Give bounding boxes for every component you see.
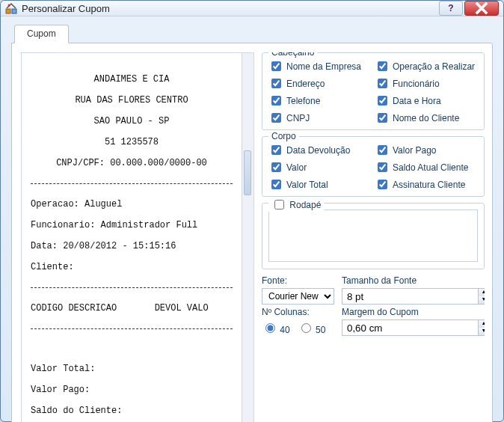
label-n-colunas: Nº Colunas: [262, 307, 334, 317]
group-corpo: Corpo Data DevoluçãoValor PagoValorSaldo… [262, 136, 485, 197]
tab-page: ANDAIMES E CIA RUA DAS FLORES CENTRO SAO… [11, 43, 493, 422]
preview-data: Data: 20/08/2012 - 15:15:16 [31, 241, 233, 251]
corpo-checkbox-3[interactable] [378, 162, 387, 172]
corpo-checkbox-5[interactable] [378, 180, 387, 189]
cabecalho-item-3[interactable]: Funcionário [375, 76, 478, 91]
cabecalho-label-1: Operação a Realizar [393, 61, 475, 72]
app-icon [5, 2, 17, 14]
corpo-label-5: Assinatura Cliente [393, 180, 465, 190]
group-rodape: Rodapé [262, 203, 485, 269]
cabecalho-checkbox-5[interactable] [378, 96, 387, 106]
coupon-preview: ANDAIMES E CIA RUA DAS FLORES CENTRO SAO… [21, 52, 242, 422]
preview-vscrollbar[interactable] [242, 52, 254, 422]
radio-colunas-50[interactable]: 50 [298, 321, 326, 335]
corpo-label-0: Data Devolução [286, 145, 350, 156]
preview-operacao: Operacao: Aluguel [31, 199, 233, 210]
cabecalho-item-7[interactable]: Nome do Cliente [375, 111, 478, 125]
titlebar: Personalizar Cupom ? [1, 1, 503, 16]
legend-rodape[interactable]: Rodapé [268, 198, 324, 212]
preview-cnpj: CNPJ/CPF: 00.000.000/0000-00 [31, 158, 233, 168]
corpo-item-1[interactable]: Valor Pago [375, 143, 478, 157]
corpo-item-0[interactable]: Data Devolução [268, 143, 372, 157]
cabecalho-item-5[interactable]: Data e Hora [375, 94, 478, 108]
rodape-text[interactable] [268, 210, 478, 262]
cabecalho-checkbox-4[interactable] [271, 96, 281, 106]
cabecalho-label-0: Nome da Empresa [286, 61, 361, 72]
cabecalho-label-4: Telefone [286, 96, 320, 106]
cabecalho-checkbox-3[interactable] [378, 79, 387, 88]
svg-point-2 [8, 4, 10, 7]
cabecalho-label-5: Data e Hora [393, 96, 441, 106]
label-margem: Margem do Cupom [342, 307, 485, 317]
cabecalho-checkbox-0[interactable] [271, 61, 281, 71]
corpo-checkbox-4[interactable] [271, 180, 281, 189]
corpo-item-4[interactable]: Valor Total [268, 177, 372, 192]
cabecalho-label-7: Nome do Cliente [393, 113, 459, 123]
preview-phone: 51 1235578 [31, 137, 233, 147]
tab-cupom[interactable]: Cupom [14, 25, 69, 43]
legend-cabecalho: Cabeçalho [268, 52, 317, 58]
help-button[interactable]: ? [439, 1, 463, 16]
svg-rect-1 [12, 9, 16, 13]
preview-valor-pago: Valor Pago: [31, 385, 233, 395]
input-margem[interactable] [342, 319, 478, 336]
cabecalho-item-4[interactable]: Telefone [268, 94, 372, 108]
corpo-item-3[interactable]: Saldo Atual Cliente [375, 160, 478, 174]
cabecalho-item-0[interactable]: Nome da Empresa [268, 59, 372, 73]
corpo-label-3: Saldo Atual Cliente [393, 162, 468, 173]
cabecalho-checkbox-7[interactable] [378, 113, 387, 123]
select-fonte[interactable]: Courier New [262, 288, 334, 305]
preview-company: ANDAIMES E CIA [31, 74, 233, 85]
cabecalho-item-1[interactable]: Operação a Realizar [375, 59, 478, 73]
corpo-label-4: Valor Total [286, 180, 328, 190]
cabecalho-label-3: Funcionário [393, 79, 440, 89]
group-cabecalho: Cabeçalho Nome da EmpresaOperação a Real… [262, 52, 485, 130]
preview-columns: CODIGO DESCRICAO DEVOL VALO [31, 303, 233, 314]
preview-funcionario: Funcionario: Administrador Full [31, 220, 233, 230]
label-tamanho-fonte: Tamanho da Fonte [342, 275, 485, 286]
label-fonte: Fonte: [262, 275, 334, 286]
input-tamanho-fonte[interactable] [342, 288, 478, 305]
window-title: Personalizar Cupom [22, 3, 439, 14]
preview-saldo-cliente: Saldo do Cliente: [31, 406, 233, 416]
corpo-label-2: Valor [286, 162, 307, 173]
preview-address: RUA DAS FLORES CENTRO [31, 95, 233, 106]
corpo-checkbox-1[interactable] [378, 145, 387, 155]
corpo-label-1: Valor Pago [393, 145, 436, 156]
preview-valor-total: Valor Total: [31, 364, 233, 374]
cabecalho-checkbox-6[interactable] [271, 113, 281, 123]
preview-cliente: Cliente: [31, 262, 233, 272]
cabecalho-checkbox-1[interactable] [378, 61, 387, 71]
cabecalho-label-6: CNPJ [286, 113, 310, 123]
spinner-margem[interactable]: ▲▼ [342, 319, 485, 336]
radio-colunas-40[interactable]: 40 [262, 321, 290, 335]
corpo-checkbox-2[interactable] [271, 162, 281, 172]
svg-rect-0 [6, 9, 10, 13]
cabecalho-item-2[interactable]: Endereço [268, 76, 372, 91]
cabecalho-checkbox-2[interactable] [271, 79, 281, 88]
window: Personalizar Cupom ? Cupom ANDAIMES E CI… [0, 0, 504, 422]
close-button[interactable] [464, 1, 499, 16]
corpo-item-5[interactable]: Assinatura Cliente [375, 177, 478, 192]
corpo-item-2[interactable]: Valor [268, 160, 372, 174]
preview-city: SAO PAULO - SP [31, 116, 233, 126]
legend-rodape-text: Rodapé [289, 200, 321, 210]
corpo-checkbox-0[interactable] [271, 145, 281, 155]
legend-corpo: Corpo [268, 131, 299, 141]
cabecalho-label-2: Endereço [286, 79, 325, 89]
spinner-tamanho-fonte[interactable]: ▲▼ [342, 288, 485, 305]
checkbox-rodape-enable[interactable] [274, 200, 284, 210]
cabecalho-item-6[interactable]: CNPJ [268, 111, 372, 125]
